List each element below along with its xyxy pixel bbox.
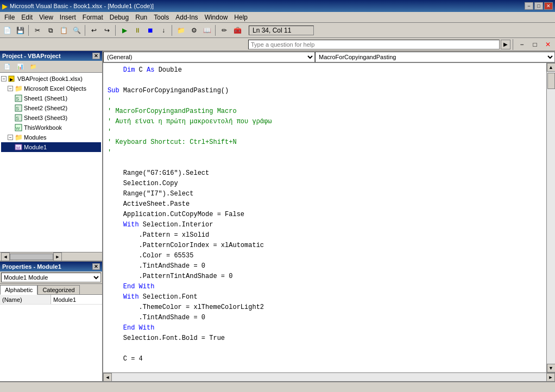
- code-line-30: [108, 364, 542, 372]
- project-panel-close[interactable]: ✕: [92, 53, 100, 59]
- menu-edit[interactable]: Edit: [18, 12, 36, 22]
- properties-panel-close[interactable]: ✕: [92, 263, 100, 270]
- svg-text:M: M: [16, 146, 20, 150]
- macro-dropdown[interactable]: MacroForCopyingandPasting: [315, 52, 555, 62]
- code-hscrollbar[interactable]: ◄ ►: [103, 372, 555, 381]
- maximize-button[interactable]: □: [534, 2, 543, 10]
- toggle-folders-btn[interactable]: 📁: [27, 61, 39, 73]
- general-dropdown[interactable]: (General): [103, 52, 315, 62]
- proj-scroll-right[interactable]: ►: [53, 252, 62, 261]
- project-tree: − ▶ VBAProject (Book1.xlsx) − 📁 Microsof…: [0, 73, 102, 252]
- props-tabs: Alphabetic Categorized: [0, 284, 102, 295]
- svg-text:S: S: [16, 96, 19, 102]
- step-into-btn[interactable]: ↓: [157, 24, 169, 36]
- minimize-button[interactable]: −: [525, 2, 533, 10]
- modules-label: Modules: [24, 134, 47, 141]
- project-explorer-btn[interactable]: 📁: [175, 24, 187, 36]
- project-hscrollbar[interactable]: ◄ ►: [0, 252, 102, 261]
- design-mode-btn[interactable]: ✏: [218, 24, 230, 36]
- scroll-knob[interactable]: [547, 73, 555, 89]
- view-code-btn[interactable]: 📄: [1, 61, 13, 73]
- scroll-down-arrow[interactable]: ▼: [547, 364, 556, 372]
- excel-objects-label: Microsoft Excel Objects: [24, 85, 86, 92]
- code-line-3: Sub MacroForCopyingandPasting(): [108, 86, 542, 96]
- menu-file[interactable]: File: [1, 12, 18, 22]
- menu-format[interactable]: Format: [79, 12, 106, 22]
- properties-btn[interactable]: ⚙: [188, 24, 200, 36]
- stop-btn[interactable]: ⏹: [144, 24, 156, 36]
- menu-insert[interactable]: Insert: [56, 12, 79, 22]
- expand-modules[interactable]: −: [8, 135, 13, 140]
- props-object-select[interactable]: Module1 Module: [1, 273, 101, 282]
- code-line-4: ': [108, 96, 542, 106]
- tree-modules[interactable]: − 📁 Modules: [1, 132, 101, 142]
- code-scroll-right[interactable]: ►: [546, 373, 555, 382]
- menu-debug[interactable]: Debug: [106, 12, 132, 22]
- tree-sheet1[interactable]: S Sheet1 (Sheet1): [1, 93, 101, 103]
- main-area: Project - VBAProject ✕ 📄 📊 📁 − ▶ VBAProj…: [0, 51, 555, 381]
- close-vb-btn[interactable]: ✕: [542, 39, 554, 50]
- code-hscroll-track[interactable]: [112, 373, 546, 381]
- code-line-12: Selection.Copy: [108, 179, 542, 189]
- restore-vb-btn[interactable]: □: [529, 39, 541, 50]
- code-scroll-left[interactable]: ◄: [103, 373, 112, 382]
- cut-btn[interactable]: ✂: [31, 24, 43, 36]
- tree-vbaproject[interactable]: − ▶ VBAProject (Book1.xlsx): [1, 74, 101, 84]
- menu-window[interactable]: Window: [201, 12, 231, 22]
- code-header: (General) MacroForCopyingandPasting: [103, 51, 555, 63]
- tree-thisworkbook[interactable]: W ThisWorkbook: [1, 123, 101, 132]
- find-btn[interactable]: 🔍: [71, 24, 83, 36]
- sheet1-label: Sheet1 (Sheet1): [24, 95, 67, 102]
- menu-addins[interactable]: Add-Ins: [172, 12, 201, 22]
- proj-scroll-thumb[interactable]: [10, 254, 53, 260]
- tree-sheet2[interactable]: S Sheet2 (Sheet2): [1, 103, 101, 113]
- object-browser-btn[interactable]: 📖: [201, 24, 213, 36]
- menu-view[interactable]: View: [36, 12, 56, 22]
- view-object-btn[interactable]: 📊: [14, 61, 26, 73]
- tree-excel-objects[interactable]: − 📁 Microsoft Excel Objects: [1, 84, 101, 93]
- redo-btn[interactable]: ↪: [101, 24, 113, 36]
- copy-btn[interactable]: ⧉: [45, 24, 56, 36]
- scroll-up-arrow[interactable]: ▲: [547, 63, 556, 72]
- sheet2-icon: S: [14, 104, 23, 112]
- title-bar: ▶ Microsoft Visual Basic - Book1.xlsx - …: [0, 0, 555, 12]
- menu-help[interactable]: Help: [231, 12, 251, 22]
- sheet1-icon: S: [14, 94, 23, 103]
- code-line-2: [108, 75, 542, 86]
- sheet3-label: Sheet3 (Sheet3): [24, 115, 67, 121]
- code-line-20: .TintAndShade = 0: [108, 261, 542, 271]
- menu-run[interactable]: Run: [132, 12, 150, 22]
- code-vscrollbar[interactable]: ▲ ▼: [546, 63, 555, 372]
- help-search-input[interactable]: [248, 40, 500, 49]
- tab-categorized[interactable]: Categorized: [37, 285, 79, 294]
- undo-btn[interactable]: ↩: [88, 24, 100, 36]
- proj-scroll-left[interactable]: ◄: [1, 252, 10, 261]
- code-line-27: Selection.Font.Bold = True: [108, 333, 542, 344]
- expand-vbaproject[interactable]: −: [1, 76, 7, 81]
- code-line-16: With Selection.Interior: [108, 220, 542, 230]
- break-btn[interactable]: ⏸: [131, 24, 143, 36]
- minimize-vb-btn[interactable]: −: [516, 39, 528, 50]
- code-line-19: .Color = 65535: [108, 251, 542, 261]
- tree-module1[interactable]: M Module1: [1, 142, 101, 152]
- scroll-track[interactable]: [547, 72, 555, 364]
- tree-sheet3[interactable]: S Sheet3 (Sheet3): [1, 113, 101, 123]
- run-btn[interactable]: ▶: [118, 24, 130, 36]
- menu-tools[interactable]: Tools: [150, 12, 172, 22]
- props-object-bar: Module1 Module: [0, 271, 102, 284]
- new-btn[interactable]: 📄: [1, 24, 13, 36]
- vbaproject-label: VBAProject (Book1.xlsx): [17, 75, 83, 82]
- save-btn[interactable]: 💾: [14, 24, 26, 36]
- paste-btn[interactable]: 📋: [58, 24, 70, 36]
- code-editor[interactable]: Dim C As Double Sub MacroForCopyingandPa…: [103, 63, 546, 372]
- code-line-29: C = 4: [108, 354, 542, 364]
- props-key-name: (Name): [0, 295, 51, 304]
- expand-excel-objects[interactable]: −: [8, 86, 13, 91]
- svg-text:S: S: [16, 116, 19, 121]
- code-line-13: Range("I7").Select: [108, 189, 542, 199]
- toolbox-btn[interactable]: 🧰: [231, 24, 243, 36]
- close-button[interactable]: ✕: [544, 2, 553, 10]
- tree-root: − ▶ VBAProject (Book1.xlsx) − 📁 Microsof…: [1, 74, 101, 152]
- tab-alphabetic[interactable]: Alphabetic: [0, 285, 37, 295]
- help-search-button[interactable]: ▶: [501, 40, 510, 49]
